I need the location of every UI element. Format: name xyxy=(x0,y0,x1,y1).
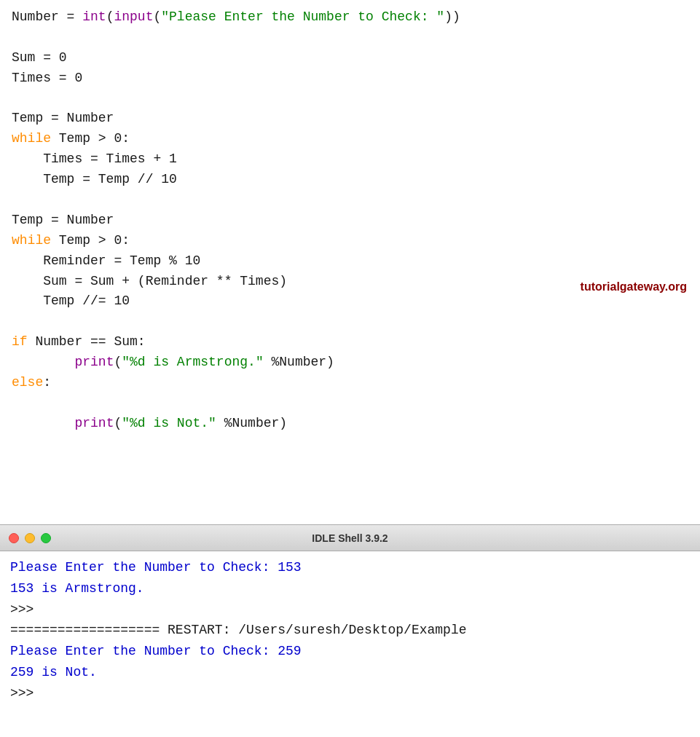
code-line: Temp = Number xyxy=(12,210,688,231)
maximize-button[interactable] xyxy=(41,533,51,543)
code-line: print("%d is Not." %Number) xyxy=(12,414,688,434)
code-line xyxy=(12,190,688,210)
code-line: print("%d is Armstrong." %Number) xyxy=(12,352,688,373)
shell-body: Please Enter the Number to Check: 153153… xyxy=(0,551,700,737)
code-line: Reminder = Temp % 10 xyxy=(12,251,688,272)
shell-line: =================== RESTART: /Users/sure… xyxy=(10,620,690,641)
shell-line: >>> xyxy=(10,683,690,704)
code-line xyxy=(12,312,688,332)
minimize-button[interactable] xyxy=(25,533,35,543)
shell-title: IDLE Shell 3.9.2 xyxy=(312,532,388,544)
shell-output: Please Enter the Number to Check: 153153… xyxy=(10,557,690,704)
shell-line: Please Enter the Number to Check: 153 xyxy=(10,557,690,578)
watermark: tutorialgateway.org xyxy=(581,280,687,293)
code-line: Number = int(input("Please Enter the Num… xyxy=(12,7,688,28)
code-line: Temp //= 10 xyxy=(12,291,688,312)
close-button[interactable] xyxy=(9,533,19,543)
code-line xyxy=(12,89,688,109)
shell-line: Please Enter the Number to Check: 259 xyxy=(10,641,690,662)
code-line: Sum = 0 xyxy=(12,48,688,68)
code-line: if Number == Sum: xyxy=(12,332,688,352)
window-controls xyxy=(9,533,51,543)
shell-line: >>> xyxy=(10,599,690,620)
code-line: Temp = Temp // 10 xyxy=(12,170,688,190)
code-line: while Temp > 0: xyxy=(12,129,688,149)
code-line xyxy=(12,393,688,414)
code-line: Times = Times + 1 xyxy=(12,149,688,170)
code-line xyxy=(12,28,688,48)
shell-window: IDLE Shell 3.9.2 Please Enter the Number… xyxy=(0,524,700,737)
code-line: Times = 0 xyxy=(12,68,688,89)
code-editor: Number = int(input("Please Enter the Num… xyxy=(0,0,700,524)
code-line: else: xyxy=(12,373,688,393)
shell-titlebar: IDLE Shell 3.9.2 xyxy=(0,525,700,551)
code-line: Temp = Number xyxy=(12,109,688,129)
shell-line: 153 is Armstrong. xyxy=(10,578,690,599)
code-content: Number = int(input("Please Enter the Num… xyxy=(12,7,688,434)
code-line: while Temp > 0: xyxy=(12,231,688,251)
shell-line: 259 is Not. xyxy=(10,662,690,683)
